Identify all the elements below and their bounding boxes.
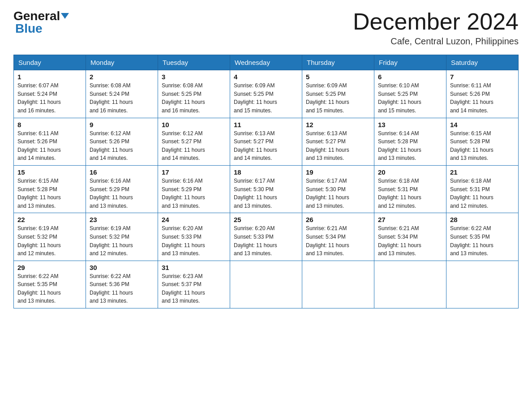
day-info: Sunrise: 6:11 AMSunset: 5:26 PMDaylight:… [17,130,61,162]
table-row: 20 Sunrise: 6:18 AMSunset: 5:31 PMDaylig… [374,165,446,213]
day-info: Sunrise: 6:21 AMSunset: 5:34 PMDaylight:… [378,225,421,257]
table-row: 28 Sunrise: 6:22 AMSunset: 5:35 PMDaylig… [446,213,519,261]
day-number: 15 [17,168,82,176]
day-info: Sunrise: 6:17 AMSunset: 5:30 PMDaylight:… [234,178,277,209]
day-number: 9 [90,121,154,128]
day-number: 19 [306,168,370,176]
table-row: 14 Sunrise: 6:15 AMSunset: 5:28 PMDaylig… [446,118,519,165]
day-info: Sunrise: 6:13 AMSunset: 5:27 PMDaylight:… [306,130,349,162]
table-row: 21 Sunrise: 6:18 AMSunset: 5:31 PMDaylig… [446,165,519,213]
day-number: 11 [234,121,298,128]
table-row: 27 Sunrise: 6:21 AMSunset: 5:34 PMDaylig… [374,213,446,261]
day-info: Sunrise: 6:09 AMSunset: 5:25 PMDaylight:… [306,82,349,114]
day-number: 7 [450,73,515,81]
day-number: 16 [90,168,154,176]
table-row: 29 Sunrise: 6:22 AMSunset: 5:35 PMDaylig… [14,261,86,308]
col-wednesday: Wednesday [230,55,302,70]
table-row: 3 Sunrise: 6:08 AMSunset: 5:25 PMDayligh… [158,70,230,118]
logo-blue-text: Blue [15,21,43,36]
day-info: Sunrise: 6:17 AMSunset: 5:30 PMDaylight:… [306,178,349,209]
logo-triangle-icon [61,13,69,19]
day-info: Sunrise: 6:08 AMSunset: 5:25 PMDaylight:… [162,82,205,114]
day-info: Sunrise: 6:21 AMSunset: 5:34 PMDaylight:… [306,225,349,257]
day-info: Sunrise: 6:10 AMSunset: 5:25 PMDaylight:… [378,82,421,114]
day-info: Sunrise: 6:12 AMSunset: 5:27 PMDaylight:… [162,130,205,162]
day-info: Sunrise: 6:19 AMSunset: 5:32 PMDaylight:… [17,225,61,257]
day-number: 8 [17,121,82,128]
table-row: 16 Sunrise: 6:16 AMSunset: 5:29 PMDaylig… [86,165,158,213]
day-info: Sunrise: 6:22 AMSunset: 5:35 PMDaylight:… [17,273,61,304]
day-number: 21 [450,168,515,176]
col-friday: Friday [374,55,446,70]
col-thursday: Thursday [302,55,374,70]
day-info: Sunrise: 6:22 AMSunset: 5:35 PMDaylight:… [450,225,493,257]
day-number: 18 [234,168,298,176]
col-tuesday: Tuesday [158,55,230,70]
table-row: 13 Sunrise: 6:14 AMSunset: 5:28 PMDaylig… [374,118,446,165]
table-row: 25 Sunrise: 6:20 AMSunset: 5:33 PMDaylig… [230,213,302,261]
day-info: Sunrise: 6:07 AMSunset: 5:24 PMDaylight:… [17,82,61,114]
day-number: 24 [162,216,226,223]
day-number: 4 [234,73,298,81]
day-info: Sunrise: 6:14 AMSunset: 5:28 PMDaylight:… [378,130,421,162]
day-number: 22 [17,216,82,223]
day-info: Sunrise: 6:18 AMSunset: 5:31 PMDaylight:… [450,178,493,209]
day-number: 13 [378,121,442,128]
table-row: 4 Sunrise: 6:09 AMSunset: 5:25 PMDayligh… [230,70,302,118]
table-row [374,261,446,308]
calendar-week-row: 22 Sunrise: 6:19 AMSunset: 5:32 PMDaylig… [14,213,519,261]
subtitle: Cafe, Central Luzon, Philippines [353,36,519,47]
table-row [302,261,374,308]
day-number: 1 [17,73,82,81]
table-row: 8 Sunrise: 6:11 AMSunset: 5:26 PMDayligh… [14,118,86,165]
day-info: Sunrise: 6:19 AMSunset: 5:32 PMDaylight:… [90,225,133,257]
day-number: 31 [162,264,226,271]
calendar-week-row: 29 Sunrise: 6:22 AMSunset: 5:35 PMDaylig… [14,261,519,308]
table-row: 2 Sunrise: 6:08 AMSunset: 5:24 PMDayligh… [86,70,158,118]
day-info: Sunrise: 6:15 AMSunset: 5:28 PMDaylight:… [17,178,61,209]
calendar-week-row: 15 Sunrise: 6:15 AMSunset: 5:28 PMDaylig… [14,165,519,213]
table-row: 26 Sunrise: 6:21 AMSunset: 5:34 PMDaylig… [302,213,374,261]
table-row: 18 Sunrise: 6:17 AMSunset: 5:30 PMDaylig… [230,165,302,213]
calendar-table: Sunday Monday Tuesday Wednesday Thursday… [13,55,519,308]
day-number: 28 [450,216,515,223]
day-number: 17 [162,168,226,176]
calendar-week-row: 8 Sunrise: 6:11 AMSunset: 5:26 PMDayligh… [14,118,519,165]
table-row: 22 Sunrise: 6:19 AMSunset: 5:32 PMDaylig… [14,213,86,261]
day-info: Sunrise: 6:22 AMSunset: 5:36 PMDaylight:… [90,273,133,304]
calendar-week-row: 1 Sunrise: 6:07 AMSunset: 5:24 PMDayligh… [14,70,519,118]
day-number: 26 [306,216,370,223]
table-row: 31 Sunrise: 6:23 AMSunset: 5:37 PMDaylig… [158,261,230,308]
table-row: 30 Sunrise: 6:22 AMSunset: 5:36 PMDaylig… [86,261,158,308]
day-info: Sunrise: 6:20 AMSunset: 5:33 PMDaylight:… [234,225,277,257]
day-info: Sunrise: 6:12 AMSunset: 5:26 PMDaylight:… [90,130,133,162]
day-number: 12 [306,121,370,128]
day-number: 5 [306,73,370,81]
day-number: 6 [378,73,442,81]
table-row: 1 Sunrise: 6:07 AMSunset: 5:24 PMDayligh… [14,70,86,118]
table-row [230,261,302,308]
table-row: 24 Sunrise: 6:20 AMSunset: 5:33 PMDaylig… [158,213,230,261]
table-row: 15 Sunrise: 6:15 AMSunset: 5:28 PMDaylig… [14,165,86,213]
table-row: 19 Sunrise: 6:17 AMSunset: 5:30 PMDaylig… [302,165,374,213]
table-row: 6 Sunrise: 6:10 AMSunset: 5:25 PMDayligh… [374,70,446,118]
table-row: 7 Sunrise: 6:11 AMSunset: 5:26 PMDayligh… [446,70,519,118]
day-info: Sunrise: 6:16 AMSunset: 5:29 PMDaylight:… [90,178,133,209]
col-saturday: Saturday [446,55,519,70]
day-info: Sunrise: 6:20 AMSunset: 5:33 PMDaylight:… [162,225,205,257]
table-row: 9 Sunrise: 6:12 AMSunset: 5:26 PMDayligh… [86,118,158,165]
day-info: Sunrise: 6:18 AMSunset: 5:31 PMDaylight:… [378,178,421,209]
day-number: 14 [450,121,515,128]
table-row [446,261,519,308]
day-info: Sunrise: 6:15 AMSunset: 5:28 PMDaylight:… [450,130,493,162]
col-sunday: Sunday [14,55,86,70]
day-info: Sunrise: 6:23 AMSunset: 5:37 PMDaylight:… [162,273,205,304]
day-number: 29 [17,264,82,271]
page-header: General Blue December 2024 Cafe, Central… [13,9,519,47]
title-block: December 2024 Cafe, Central Luzon, Phili… [353,9,519,47]
day-info: Sunrise: 6:16 AMSunset: 5:29 PMDaylight:… [162,178,205,209]
table-row: 12 Sunrise: 6:13 AMSunset: 5:27 PMDaylig… [302,118,374,165]
day-number: 25 [234,216,298,223]
table-row: 5 Sunrise: 6:09 AMSunset: 5:25 PMDayligh… [302,70,374,118]
day-info: Sunrise: 6:08 AMSunset: 5:24 PMDaylight:… [90,82,133,114]
